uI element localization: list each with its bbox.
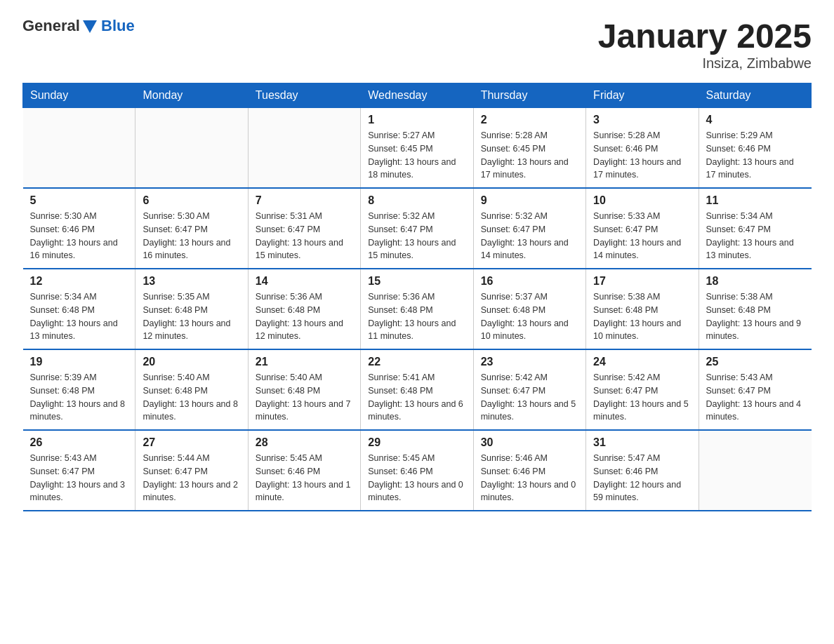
calendar-cell: 2Sunrise: 5:28 AM Sunset: 6:45 PM Daylig… <box>473 108 585 189</box>
day-number: 21 <box>256 356 353 368</box>
day-info: Sunrise: 5:35 AM Sunset: 6:48 PM Dayligh… <box>143 290 240 343</box>
day-info: Sunrise: 5:36 AM Sunset: 6:48 PM Dayligh… <box>368 290 465 343</box>
calendar-cell: 11Sunrise: 5:34 AM Sunset: 6:47 PM Dayli… <box>699 188 811 269</box>
day-number: 10 <box>593 194 691 207</box>
calendar-cell <box>248 108 360 189</box>
logo: General Blue <box>22 17 135 35</box>
day-info: Sunrise: 5:45 AM Sunset: 6:46 PM Dayligh… <box>368 452 465 504</box>
day-info: Sunrise: 5:47 AM Sunset: 6:46 PM Dayligh… <box>593 452 691 504</box>
calendar-cell: 23Sunrise: 5:42 AM Sunset: 6:47 PM Dayli… <box>473 349 585 430</box>
day-number: 18 <box>706 275 805 288</box>
calendar-cell: 19Sunrise: 5:39 AM Sunset: 6:48 PM Dayli… <box>23 349 135 430</box>
day-info: Sunrise: 5:41 AM Sunset: 6:48 PM Dayligh… <box>368 371 465 424</box>
calendar-cell: 13Sunrise: 5:35 AM Sunset: 6:48 PM Dayli… <box>135 269 248 349</box>
day-number: 8 <box>368 194 465 207</box>
day-info: Sunrise: 5:32 AM Sunset: 6:47 PM Dayligh… <box>481 210 578 262</box>
calendar-cell: 22Sunrise: 5:41 AM Sunset: 6:48 PM Dayli… <box>361 349 473 430</box>
column-header-sunday: Sunday <box>23 83 135 108</box>
calendar-week-row: 26Sunrise: 5:43 AM Sunset: 6:47 PM Dayli… <box>23 430 812 511</box>
calendar-cell: 30Sunrise: 5:46 AM Sunset: 6:46 PM Dayli… <box>473 430 585 511</box>
calendar-cell <box>699 430 811 511</box>
day-info: Sunrise: 5:45 AM Sunset: 6:46 PM Dayligh… <box>256 452 353 504</box>
day-number: 29 <box>368 436 465 449</box>
day-number: 7 <box>256 194 353 207</box>
day-number: 23 <box>481 356 578 368</box>
calendar-week-row: 12Sunrise: 5:34 AM Sunset: 6:48 PM Dayli… <box>23 269 812 349</box>
title-block: January 2025 Insiza, Zimbabwe <box>598 17 812 72</box>
logo-triangle-icon <box>83 20 97 33</box>
day-info: Sunrise: 5:28 AM Sunset: 6:46 PM Dayligh… <box>593 129 691 182</box>
day-number: 17 <box>593 275 691 288</box>
column-header-monday: Monday <box>135 83 248 108</box>
calendar-cell: 20Sunrise: 5:40 AM Sunset: 6:48 PM Dayli… <box>135 349 248 430</box>
day-info: Sunrise: 5:39 AM Sunset: 6:48 PM Dayligh… <box>30 371 128 424</box>
day-number: 20 <box>143 356 240 368</box>
day-number: 24 <box>593 356 691 368</box>
calendar-cell: 7Sunrise: 5:31 AM Sunset: 6:47 PM Daylig… <box>248 188 360 269</box>
day-number: 1 <box>368 114 465 126</box>
calendar-cell <box>135 108 248 189</box>
day-number: 16 <box>481 275 578 288</box>
page-header: General Blue January 2025 Insiza, Zimbab… <box>22 17 812 72</box>
day-info: Sunrise: 5:43 AM Sunset: 6:47 PM Dayligh… <box>30 452 128 504</box>
day-number: 13 <box>143 275 240 288</box>
calendar-cell: 26Sunrise: 5:43 AM Sunset: 6:47 PM Dayli… <box>23 430 135 511</box>
day-number: 12 <box>30 275 128 288</box>
day-number: 3 <box>593 114 691 126</box>
column-header-thursday: Thursday <box>473 83 585 108</box>
calendar-week-row: 1Sunrise: 5:27 AM Sunset: 6:45 PM Daylig… <box>23 108 812 189</box>
day-info: Sunrise: 5:42 AM Sunset: 6:47 PM Dayligh… <box>593 371 691 424</box>
day-number: 28 <box>256 436 353 449</box>
day-info: Sunrise: 5:31 AM Sunset: 6:47 PM Dayligh… <box>256 210 353 262</box>
day-info: Sunrise: 5:29 AM Sunset: 6:46 PM Dayligh… <box>706 129 805 182</box>
column-header-saturday: Saturday <box>699 83 811 108</box>
day-info: Sunrise: 5:38 AM Sunset: 6:48 PM Dayligh… <box>706 290 805 343</box>
day-number: 11 <box>706 194 805 207</box>
calendar-cell: 5Sunrise: 5:30 AM Sunset: 6:46 PM Daylig… <box>23 188 135 269</box>
calendar-cell <box>23 108 135 189</box>
day-info: Sunrise: 5:42 AM Sunset: 6:47 PM Dayligh… <box>481 371 578 424</box>
calendar-cell: 18Sunrise: 5:38 AM Sunset: 6:48 PM Dayli… <box>699 269 811 349</box>
day-info: Sunrise: 5:30 AM Sunset: 6:47 PM Dayligh… <box>143 210 240 262</box>
calendar-week-row: 19Sunrise: 5:39 AM Sunset: 6:48 PM Dayli… <box>23 349 812 430</box>
calendar-cell: 14Sunrise: 5:36 AM Sunset: 6:48 PM Dayli… <box>248 269 360 349</box>
calendar-week-row: 5Sunrise: 5:30 AM Sunset: 6:46 PM Daylig… <box>23 188 812 269</box>
calendar-subtitle: Insiza, Zimbabwe <box>598 55 812 72</box>
day-number: 2 <box>481 114 578 126</box>
calendar-cell: 12Sunrise: 5:34 AM Sunset: 6:48 PM Dayli… <box>23 269 135 349</box>
day-number: 30 <box>481 436 578 449</box>
calendar-cell: 25Sunrise: 5:43 AM Sunset: 6:47 PM Dayli… <box>699 349 811 430</box>
calendar-table: SundayMondayTuesdayWednesdayThursdayFrid… <box>22 83 812 511</box>
calendar-cell: 15Sunrise: 5:36 AM Sunset: 6:48 PM Dayli… <box>361 269 473 349</box>
calendar-cell: 27Sunrise: 5:44 AM Sunset: 6:47 PM Dayli… <box>135 430 248 511</box>
day-info: Sunrise: 5:37 AM Sunset: 6:48 PM Dayligh… <box>481 290 578 343</box>
calendar-header-row: SundayMondayTuesdayWednesdayThursdayFrid… <box>23 83 812 108</box>
calendar-cell: 21Sunrise: 5:40 AM Sunset: 6:48 PM Dayli… <box>248 349 360 430</box>
calendar-cell: 1Sunrise: 5:27 AM Sunset: 6:45 PM Daylig… <box>361 108 473 189</box>
day-number: 6 <box>143 194 240 207</box>
calendar-cell: 24Sunrise: 5:42 AM Sunset: 6:47 PM Dayli… <box>586 349 699 430</box>
day-info: Sunrise: 5:34 AM Sunset: 6:48 PM Dayligh… <box>30 290 128 343</box>
calendar-cell: 6Sunrise: 5:30 AM Sunset: 6:47 PM Daylig… <box>135 188 248 269</box>
day-info: Sunrise: 5:40 AM Sunset: 6:48 PM Dayligh… <box>143 371 240 424</box>
calendar-cell: 8Sunrise: 5:32 AM Sunset: 6:47 PM Daylig… <box>361 188 473 269</box>
day-info: Sunrise: 5:46 AM Sunset: 6:46 PM Dayligh… <box>481 452 578 504</box>
day-number: 22 <box>368 356 465 368</box>
logo-general-text: General <box>22 17 80 35</box>
column-header-wednesday: Wednesday <box>361 83 473 108</box>
logo-blue-text: Blue <box>97 17 135 35</box>
day-info: Sunrise: 5:36 AM Sunset: 6:48 PM Dayligh… <box>256 290 353 343</box>
day-info: Sunrise: 5:44 AM Sunset: 6:47 PM Dayligh… <box>143 452 240 504</box>
calendar-cell: 10Sunrise: 5:33 AM Sunset: 6:47 PM Dayli… <box>586 188 699 269</box>
calendar-cell: 31Sunrise: 5:47 AM Sunset: 6:46 PM Dayli… <box>586 430 699 511</box>
day-number: 27 <box>143 436 240 449</box>
calendar-cell: 17Sunrise: 5:38 AM Sunset: 6:48 PM Dayli… <box>586 269 699 349</box>
calendar-cell: 3Sunrise: 5:28 AM Sunset: 6:46 PM Daylig… <box>586 108 699 189</box>
calendar-title: January 2025 <box>598 17 812 55</box>
calendar-cell: 9Sunrise: 5:32 AM Sunset: 6:47 PM Daylig… <box>473 188 585 269</box>
calendar-cell: 28Sunrise: 5:45 AM Sunset: 6:46 PM Dayli… <box>248 430 360 511</box>
calendar-cell: 16Sunrise: 5:37 AM Sunset: 6:48 PM Dayli… <box>473 269 585 349</box>
day-number: 26 <box>30 436 128 449</box>
day-info: Sunrise: 5:33 AM Sunset: 6:47 PM Dayligh… <box>593 210 691 262</box>
day-number: 31 <box>593 436 691 449</box>
